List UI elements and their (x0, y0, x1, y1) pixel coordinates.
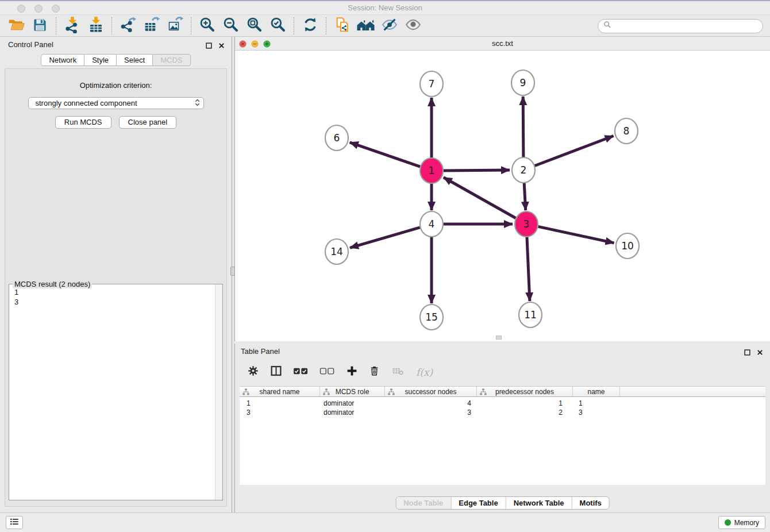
export-table-button[interactable] (140, 16, 163, 36)
split-panel-button[interactable] (270, 365, 282, 379)
graph-edge-3-11[interactable] (527, 236, 530, 301)
toolbar-buttons (5, 16, 425, 36)
network-window-titlebar: scc.txt (235, 37, 770, 51)
column-header-predecessor-nodes[interactable]: predecessor nodes (477, 387, 573, 396)
delete-column-button[interactable] (369, 365, 380, 379)
graph-node-6[interactable]: 6 (325, 125, 348, 151)
graph-edge-3-1[interactable] (444, 178, 516, 218)
graph-node-9[interactable]: 9 (511, 70, 534, 95)
run-mcds-button[interactable]: Run MCDS (55, 116, 111, 129)
mcds-result-group: MCDS result (2 nodes) 13 (9, 284, 223, 500)
graph-node-14[interactable]: 14 (325, 239, 348, 264)
node-label: 10 (621, 240, 634, 252)
graph-node-7[interactable]: 7 (420, 71, 443, 97)
memory-button[interactable]: Memory (718, 516, 765, 529)
task-history-button[interactable] (6, 516, 23, 529)
import-table-icon (87, 16, 105, 36)
graph-node-8[interactable]: 8 (615, 118, 638, 144)
table-panel: Table Panel f(x) shared nameMCDS rolesuc… (234, 344, 770, 512)
tab-motifs[interactable]: Motifs (572, 497, 609, 509)
close-table-panel-icon[interactable] (757, 348, 763, 358)
network-title: scc.txt (235, 39, 770, 48)
hierarchy-icon (323, 388, 330, 397)
zoom-in-button[interactable] (195, 16, 219, 36)
graph-edge-3-10[interactable] (538, 226, 614, 243)
tab-network-table[interactable]: Network Table (506, 497, 572, 509)
graph-edge-2-9[interactable] (523, 97, 523, 158)
node-label: 9 (520, 77, 526, 88)
table-cell: 3 (573, 408, 620, 417)
tab-select[interactable]: Select (116, 54, 153, 66)
table-header-filler (620, 387, 765, 396)
optimization-criterion-select[interactable]: strongly connected component (28, 97, 204, 109)
float-panel-icon[interactable] (206, 41, 212, 51)
toolbar-separator (294, 17, 294, 34)
table-row[interactable]: 3dominator323 (240, 408, 765, 417)
graph-node-15[interactable]: 15 (420, 304, 443, 330)
tab-mcds[interactable]: MCDS (152, 54, 190, 66)
hierarchy-icon (480, 388, 487, 397)
hide-selected-button[interactable] (378, 16, 401, 36)
graph-edge-2-3[interactable] (524, 182, 526, 210)
eye-slash-icon (381, 16, 398, 36)
save-icon (32, 17, 48, 35)
graph-edge-2-8[interactable] (535, 136, 614, 166)
open-file-button[interactable] (5, 16, 28, 36)
table-cell: dominator (320, 408, 385, 417)
tab-style[interactable]: Style (84, 54, 117, 66)
export-image-button[interactable] (163, 16, 187, 36)
function-builder-button: f(x) (416, 367, 433, 378)
graph-edge-1-6[interactable] (350, 142, 421, 167)
graph-node-1[interactable]: 1 (420, 158, 443, 183)
session-title: Session: New Session (0, 3, 770, 12)
graph-node-10[interactable]: 10 (616, 233, 639, 259)
column-header-shared-name[interactable]: shared name (240, 387, 320, 396)
close-panel-button[interactable]: Close panel (119, 116, 177, 129)
zoom-fit-icon (246, 16, 263, 36)
search-icon (603, 21, 611, 31)
close-panel-icon[interactable] (218, 41, 225, 51)
copy-network-button[interactable] (330, 16, 354, 36)
graph-node-3[interactable]: 3 (515, 211, 538, 237)
graph-node-11[interactable]: 11 (519, 302, 542, 327)
zoom-fit-button[interactable] (242, 16, 266, 36)
horizontal-split-grip[interactable] (496, 336, 502, 340)
search-box[interactable] (598, 19, 763, 33)
show-all-button[interactable] (401, 16, 425, 36)
zoom-selected-button[interactable] (266, 16, 290, 36)
apply-layout-button[interactable] (298, 16, 322, 36)
network-canvas[interactable]: 7968124314101511 (235, 51, 770, 341)
column-header-successor-nodes[interactable]: successor nodes (385, 387, 477, 396)
table-cell: 4 (385, 399, 477, 407)
save-session-button[interactable] (28, 16, 52, 36)
window-titlebar: Session: New Session (0, 0, 770, 15)
main-toolbar (0, 16, 770, 37)
deselect-all-rows-button[interactable] (319, 367, 335, 378)
first-neighbors-button[interactable] (354, 16, 378, 36)
search-input[interactable] (614, 22, 757, 30)
column-header-MCDS-role[interactable]: MCDS role (320, 387, 385, 396)
import-network-button[interactable] (60, 16, 84, 36)
table-settings-button[interactable] (247, 365, 259, 379)
graph-edge-4-14[interactable] (350, 228, 420, 248)
import-table-button[interactable] (84, 16, 107, 36)
tab-network[interactable]: Network (41, 54, 84, 66)
zoom-out-button[interactable] (219, 16, 242, 36)
export-network-button[interactable] (116, 16, 140, 36)
node-label: 11 (524, 309, 537, 321)
float-table-panel-icon[interactable] (744, 348, 750, 358)
add-column-button[interactable] (346, 365, 358, 379)
column-header-name[interactable]: name (573, 387, 620, 396)
tab-edge-table[interactable]: Edge Table (451, 497, 505, 509)
graph-node-2[interactable]: 2 (512, 157, 535, 183)
table-row[interactable]: 1dominator411 (240, 399, 765, 408)
result-scrollbar[interactable] (215, 284, 222, 500)
graph-edge-1-2[interactable] (444, 170, 510, 171)
graph-node-4[interactable]: 4 (420, 211, 443, 237)
node-label: 2 (521, 164, 527, 176)
select-all-rows-button[interactable] (293, 367, 309, 378)
list-icon (9, 516, 20, 529)
table-header-row: shared nameMCDS rolesuccessor nodesprede… (240, 386, 765, 397)
tab-node-table[interactable]: Node Table (396, 497, 451, 509)
result-line: 3 (14, 298, 217, 307)
